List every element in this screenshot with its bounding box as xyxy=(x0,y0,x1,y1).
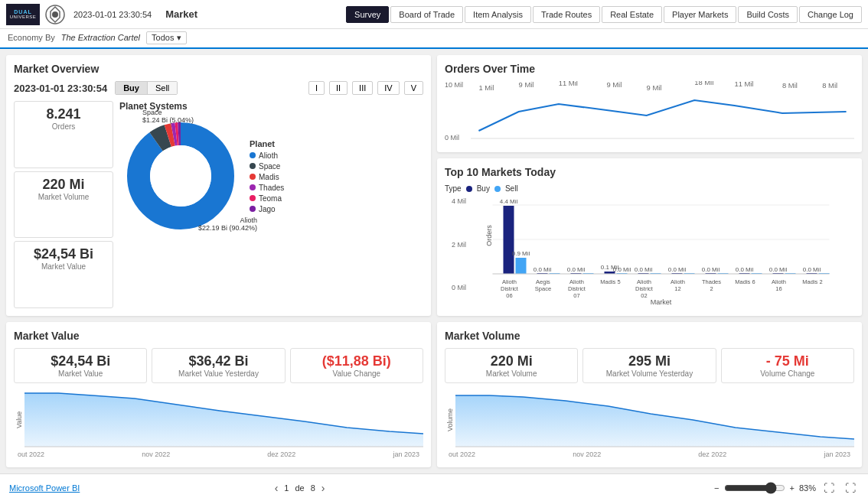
mvol-change-value: - 75 Mi xyxy=(726,353,849,369)
mvol-y-label: Volume xyxy=(445,389,455,451)
svg-point-2 xyxy=(52,11,58,18)
tab-board-of-trade[interactable]: Board of Trade xyxy=(390,6,463,23)
orders-y-min: 0 Mil xyxy=(445,134,468,142)
buy-button[interactable]: Buy xyxy=(116,82,148,94)
svg-text:12: 12 xyxy=(674,285,680,292)
svg-rect-25 xyxy=(516,258,527,274)
svg-text:16: 16 xyxy=(775,285,782,292)
mv-current-label: Market Value xyxy=(19,369,142,378)
svg-text:Orders: Orders xyxy=(485,225,493,246)
svg-text:02: 02 xyxy=(641,292,647,299)
space-annotation: Space $1.24 Bi (5.04%) xyxy=(142,109,194,124)
svg-text:Madis 6: Madis 6 xyxy=(735,278,755,285)
svg-text:Thades: Thades xyxy=(702,278,721,285)
market-value-panel: Market Value $24,54 Bi Market Value $36,… xyxy=(6,322,431,467)
fullscreen-icon[interactable]: ⛶ xyxy=(842,480,859,496)
buy-sell-toggle: Buy Sell xyxy=(115,81,178,95)
market-value-label: Market Value xyxy=(22,262,105,271)
mvol-x-labels: out 2022 nov 2022 dez 2022 jan 2023 xyxy=(445,451,854,458)
zoom-slider[interactable] xyxy=(724,482,785,494)
mv-yesterday-value: $36,42 Bi xyxy=(157,353,279,369)
pagination: ‹ 1 de 8 › xyxy=(275,482,325,494)
zoom-plus[interactable]: + xyxy=(790,483,795,493)
economy-label: Economy By xyxy=(8,33,55,42)
tab-trade-routes[interactable]: Trade Routes xyxy=(533,6,600,23)
orders-y-axis: 10 Mil 0 Mil xyxy=(445,81,468,145)
mvol-x-4: jan 2023 xyxy=(824,451,850,458)
svg-rect-23 xyxy=(504,206,514,274)
tier-IV[interactable]: IV xyxy=(377,81,399,95)
sell-dot xyxy=(494,186,501,192)
svg-text:0.0 Mil: 0.0 Mil xyxy=(702,266,720,273)
orders-value: 8.241 xyxy=(22,106,105,122)
tab-real-estate[interactable]: Real Estate xyxy=(602,6,662,23)
mo-header: 2023-01-01 23:30:54 Buy Sell I II III IV… xyxy=(14,81,423,95)
economy-bar: Economy By The Extraction Cartel Todos ▾ xyxy=(0,29,868,49)
legend-thades: Thades xyxy=(250,184,284,192)
planet-systems-section: Planet Systems Space $1.24 Bi (5.04%) xyxy=(119,101,423,308)
svg-text:8 Mil: 8 Mil xyxy=(822,82,837,89)
powerbi-link[interactable]: Microsoft Power BI xyxy=(9,483,80,493)
svg-text:Alioth: Alioth xyxy=(637,278,651,285)
mv-x-labels: out 2022 nov 2022 dez 2022 jan 2023 xyxy=(14,451,423,458)
orders-over-time-panel: Orders Over Time 10 Mil 0 Mil 1 Mil 9 Mi… xyxy=(437,55,862,152)
svg-text:0.0 Mil: 0.0 Mil xyxy=(613,266,631,273)
sell-button[interactable]: Sell xyxy=(148,82,177,94)
tier-I[interactable]: I xyxy=(308,81,325,95)
prev-page-button[interactable]: ‹ xyxy=(275,482,279,494)
mo-body: 8.241 Orders 220 Mi Market Volume $24,54… xyxy=(14,101,423,308)
mvol-current-value: 220 Mi xyxy=(450,353,573,369)
svg-text:Madis 5: Madis 5 xyxy=(600,278,620,285)
next-page-button[interactable]: › xyxy=(321,482,325,494)
legend-space: Space xyxy=(250,162,284,171)
mv-change-stat: ($11,88 Bi) Value Change xyxy=(290,348,423,383)
svg-text:Alioth: Alioth xyxy=(569,278,584,285)
mv-yesterday-label: Market Value Yesterday xyxy=(157,369,279,378)
tab-survey[interactable]: Survey xyxy=(346,6,389,23)
bar-y-2: 2 Mil xyxy=(445,241,466,249)
buy-label: Buy xyxy=(477,184,490,193)
svg-text:11 Mil: 11 Mil xyxy=(734,81,753,88)
orders-svg: 1 Mil 9 Mil 11 Mil 9 Mil 9 Mil 18 Mil 11… xyxy=(471,81,854,142)
mvol-current-stat: 220 Mi Market Volume xyxy=(445,348,578,383)
mvol-stats: 220 Mi Market Volume 295 Mi Market Volum… xyxy=(445,348,854,383)
tab-player-markets[interactable]: Player Markets xyxy=(664,6,736,23)
svg-text:0.9 Mil: 0.9 Mil xyxy=(512,250,530,257)
tier-V[interactable]: V xyxy=(404,81,423,95)
tier-II[interactable]: II xyxy=(329,81,348,95)
svg-marker-80 xyxy=(455,395,854,447)
tier-III[interactable]: III xyxy=(352,81,373,95)
svg-text:18 Mil: 18 Mil xyxy=(694,81,713,86)
svg-point-9 xyxy=(150,145,211,207)
tab-item-analysis[interactable]: Item Analysis xyxy=(465,6,531,23)
mv-svg xyxy=(24,389,423,451)
logo-area: DUAL UNIVERSE xyxy=(6,4,66,25)
mvol-title: Market Volume xyxy=(445,330,854,342)
orders-chart-area: 10 Mil 0 Mil 1 Mil 9 Mil 11 Mil 9 Mil 9 … xyxy=(445,81,854,145)
svg-text:District: District xyxy=(501,285,519,292)
orders-line-chart: 1 Mil 9 Mil 11 Mil 9 Mil 9 Mil 18 Mil 11… xyxy=(471,81,854,145)
top10-type-legend: Type Buy Sell xyxy=(445,184,854,193)
svg-text:4.4 Mil: 4.4 Mil xyxy=(500,198,518,205)
svg-text:0.0 Mil: 0.0 Mil xyxy=(567,266,586,273)
chevron-down-icon: ▾ xyxy=(177,33,181,43)
tab-build-costs[interactable]: Build Costs xyxy=(738,6,798,23)
fullscreen-exit-icon[interactable]: ⛶ xyxy=(821,480,837,496)
page-current: 1 xyxy=(284,483,289,493)
tab-change-log[interactable]: Change Log xyxy=(799,6,862,23)
jago-dot xyxy=(250,206,256,212)
logo-text-bot: UNIVERSE xyxy=(10,15,37,19)
bottom-bar: Microsoft Power BI ‹ 1 de 8 › − + 83% ⛶ … xyxy=(0,473,868,501)
mvol-yesterday-stat: 295 Mi Market Volume Yesterday xyxy=(582,348,716,383)
top-bar: DUAL UNIVERSE 2023-01-01 23:30:54 Market… xyxy=(0,0,868,29)
timestamp: 2023-01-01 23:30:54 xyxy=(73,10,152,19)
top10-markets-panel: Top 10 Markets Today Type Buy Sell 4 Mil… xyxy=(437,158,862,316)
mv-current-stat: $24,54 Bi Market Value xyxy=(14,348,147,383)
planet-legend: Planet Alioth Space Madis xyxy=(250,139,284,216)
legend-madis: Madis xyxy=(250,173,284,181)
zoom-minus[interactable]: − xyxy=(714,483,719,493)
mv-change-value: ($11,88 Bi) xyxy=(295,353,418,369)
economy-filter-select[interactable]: Todos ▾ xyxy=(146,31,187,44)
donut-chart: Space $1.24 Bi (5.04%) xyxy=(119,115,242,239)
mv-stats: $24,54 Bi Market Value $36,42 Bi Market … xyxy=(14,348,423,383)
